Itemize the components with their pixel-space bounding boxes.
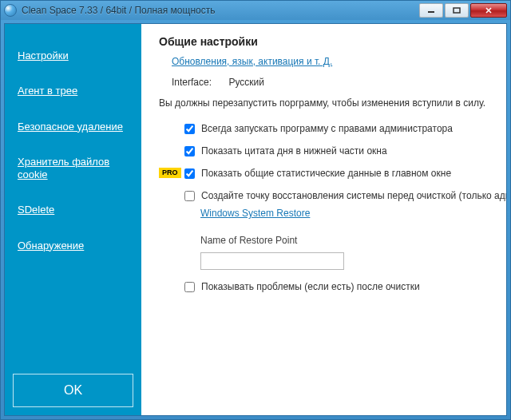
- sidebar-item-detection[interactable]: Обнаружение: [5, 228, 141, 263]
- pro-badge: PRO: [159, 168, 181, 178]
- interface-value: Русский: [228, 77, 264, 88]
- content-area: Настройки Агент в трее Безопасное удален…: [4, 23, 507, 416]
- maximize-button[interactable]: [445, 3, 469, 18]
- checkbox-run-as-admin[interactable]: [184, 124, 195, 134]
- window-controls: [419, 3, 507, 18]
- sidebar: Настройки Агент в трее Безопасное удален…: [5, 24, 141, 415]
- option-show-problems: Показывать проблемы (если есть) после оч…: [159, 281, 492, 292]
- restore-name-label: Name of Restore Point: [200, 235, 492, 246]
- option-show-stats-label: Показать общие статистические данные в г…: [201, 168, 451, 179]
- sidebar-item-sdelete[interactable]: SDelete: [5, 192, 141, 228]
- sidebar-item-secure-delete[interactable]: Безопасное удаление: [5, 109, 141, 145]
- sidebar-item-cookie-keeper[interactable]: Хранитель файлов cookie: [5, 145, 141, 193]
- minimize-button[interactable]: [419, 3, 443, 18]
- system-restore-link[interactable]: Windows System Restore: [200, 208, 310, 219]
- updates-link[interactable]: Обновления, язык, активация и т. Д.: [172, 56, 332, 67]
- titlebar: Clean Space 7.33 / 64bit / Полная мощнос…: [1, 1, 510, 20]
- option-show-stats: PRO Показать общие статистические данные…: [159, 168, 492, 179]
- option-run-as-admin: Всегда запускать программу с правами адм…: [159, 123, 492, 134]
- page-title: Общие настройки: [159, 35, 492, 48]
- close-button[interactable]: [470, 3, 507, 18]
- svg-rect-1: [454, 8, 460, 13]
- checkbox-show-problems[interactable]: [184, 282, 195, 292]
- option-show-quote: Показать цитата дня в нижней части окна: [159, 145, 492, 157]
- svg-rect-0: [428, 11, 434, 13]
- app-window: Clean Space 7.33 / 64bit / Полная мощнос…: [0, 0, 511, 420]
- option-show-problems-label: Показывать проблемы (если есть) после оч…: [201, 281, 420, 292]
- option-run-as-admin-label: Всегда запускать программу с правами адм…: [201, 123, 453, 134]
- app-icon: [4, 4, 17, 17]
- ok-button[interactable]: OK: [13, 374, 133, 407]
- checkbox-show-quote[interactable]: [184, 146, 195, 157]
- main-panel: Общие настройки Обновления, язык, актива…: [141, 24, 506, 415]
- option-show-quote-label: Показать цитата дня в нижней части окна: [201, 145, 387, 157]
- sidebar-item-settings[interactable]: Настройки: [5, 38, 141, 73]
- checkbox-restore-point[interactable]: [184, 191, 195, 201]
- restore-point-sub: Windows System Restore Name of Restore P…: [200, 208, 492, 270]
- restart-note: Вы должны перезапустить порграмму, чтобы…: [159, 97, 492, 109]
- restore-name-input[interactable]: [200, 252, 344, 270]
- checkbox-show-stats[interactable]: [184, 168, 195, 179]
- option-restore-point-label: Создайте точку восстановления системы пе…: [201, 190, 506, 201]
- option-restore-point: Создайте точку восстановления системы пе…: [159, 190, 492, 201]
- interface-label: Interface:: [172, 77, 212, 88]
- sidebar-items: Настройки Агент в трее Безопасное удален…: [5, 24, 141, 366]
- ok-button-wrap: OK: [5, 366, 141, 415]
- window-title: Clean Space 7.33 / 64bit / Полная мощнос…: [22, 5, 419, 16]
- sidebar-item-tray-agent[interactable]: Агент в трее: [5, 73, 141, 109]
- interface-row: Interface: Русский: [172, 77, 492, 88]
